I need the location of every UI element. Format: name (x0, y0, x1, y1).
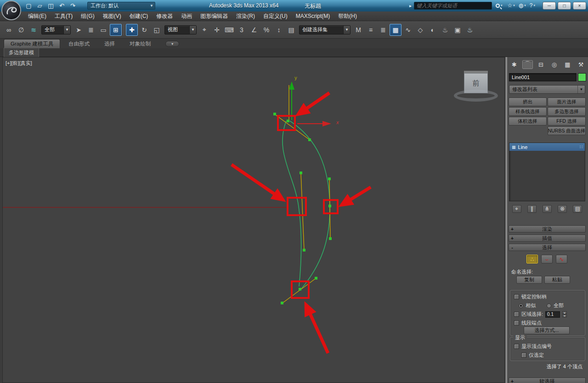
display-tab-icon[interactable]: ▦ (562, 60, 573, 69)
edit-named-selections-icon[interactable]: ▤ (285, 24, 297, 36)
new-file-icon[interactable]: ▢ (24, 1, 34, 10)
menu-item[interactable]: 视图(V) (99, 11, 125, 21)
ribbon-tab[interactable]: 选择 (98, 40, 121, 48)
close-button[interactable]: × (573, 2, 586, 10)
sign-in-icon[interactable]: ☆▾ (506, 1, 516, 10)
reference-coordinate-dropdown[interactable]: 视图 ▼ (164, 25, 197, 34)
undo-icon[interactable]: ↶ (57, 1, 67, 10)
modify-tab-icon[interactable]: ⌒ (522, 60, 533, 69)
spinner-down-icon[interactable]: ▼ (562, 314, 567, 317)
viewcube[interactable]: 前 (464, 73, 488, 93)
menu-item[interactable]: MAXScript(M) (292, 12, 334, 20)
menu-item[interactable]: 帮助(H) (334, 11, 361, 21)
modifier-preset-button[interactable]: 多边形选择 (548, 107, 586, 116)
select-by-name-icon[interactable]: ≣ (85, 24, 97, 36)
select-object-icon[interactable]: ➤ (73, 24, 85, 36)
vertex-mode-icon[interactable]: ∴ (526, 255, 538, 263)
maximize-button[interactable]: □ (558, 2, 571, 10)
menu-item[interactable]: 动画 (177, 11, 196, 21)
rollout-soft-selection[interactable]: + 软选择 (509, 377, 586, 383)
utilities-tab-icon[interactable]: ⚒ (576, 60, 586, 69)
ribbon-tab[interactable]: Graphite 建模工具 (4, 39, 60, 48)
curve-editor-icon[interactable]: ∿ (402, 24, 414, 36)
schematic-view-icon[interactable]: ◇ (414, 24, 426, 36)
named-selection-set-combo[interactable]: 创建选择集 ▼ (299, 25, 351, 34)
modifier-list-dropdown[interactable]: 修改器列表 ▼ (509, 85, 585, 94)
similar-radio[interactable] (519, 303, 523, 308)
polygon-modeling-panel-tab[interactable]: 多边形建模 (4, 48, 39, 57)
show-vertex-numbers-checkbox[interactable] (514, 344, 519, 349)
menu-item[interactable]: 创建(C) (125, 11, 153, 21)
select-by-button[interactable]: 选择方式... (524, 326, 570, 334)
spinner-up-icon[interactable]: ▲ (562, 311, 567, 314)
modifier-preset-button[interactable]: 挤出 (509, 97, 547, 106)
hierarchy-tab-icon[interactable]: ⊟ (536, 60, 546, 69)
menu-item[interactable]: 工具(T) (51, 11, 77, 21)
paste-button[interactable]: 粘贴 (544, 276, 570, 284)
select-and-link-icon[interactable]: ∞ (3, 24, 15, 36)
rollout-selection[interactable]: - 选择 (509, 244, 586, 251)
menu-item[interactable]: 编辑(E) (24, 11, 51, 21)
help-icon[interactable]: ?▾ (528, 1, 537, 10)
stack-row[interactable]: ▦ Line ∷ (509, 143, 585, 151)
selected-only-checkbox[interactable] (521, 353, 526, 358)
menu-item[interactable]: 修改器 (152, 11, 177, 21)
copy-button[interactable]: 复制 (516, 276, 542, 284)
modifier-preset-button[interactable]: 样条线选择 (509, 107, 547, 116)
area-threshold-spinner[interactable]: ▲ ▼ (562, 311, 567, 317)
motion-tab-icon[interactable]: ◎ (549, 60, 560, 69)
application-menu-button[interactable] (1, 0, 21, 20)
angle-snap-icon[interactable]: ∠ (248, 24, 260, 36)
use-pivot-point-icon[interactable]: ⌖ (198, 24, 210, 36)
search-input[interactable] (414, 2, 492, 10)
viewport-label[interactable]: [+][前][真实] (6, 60, 32, 67)
area-selection-checkbox[interactable] (514, 312, 519, 317)
modifier-preset-button[interactable]: 体积选择 (509, 117, 547, 126)
spline-mode-icon[interactable]: ∿ (556, 255, 567, 263)
rendered-frame-icon[interactable]: ▣ (452, 24, 464, 36)
workspace-dropdown[interactable]: 工作台: 默认 ▼ (87, 2, 155, 10)
communication-center-icon[interactable]: ◍▾ (517, 1, 527, 10)
create-tab-icon[interactable]: ✱ (509, 60, 520, 69)
rollout-render[interactable]: + 渲染 (509, 225, 586, 233)
menu-item[interactable]: 自定义(U) (259, 11, 292, 21)
render-production-icon[interactable]: ♨ (464, 24, 476, 36)
make-unique-icon[interactable]: ⋔ (543, 205, 552, 213)
render-setup-icon[interactable]: ♨ (439, 24, 451, 36)
layer-manager-icon[interactable]: ≣ (377, 24, 389, 36)
spinner-snap-icon[interactable]: ↕ (273, 24, 285, 36)
menu-item[interactable]: 组(G) (77, 11, 98, 21)
modifier-preset-button[interactable]: FFD 选择 (548, 117, 586, 126)
modifier-preset-button[interactable]: NURBS 曲面选择 (548, 126, 586, 135)
keyboard-override-icon[interactable]: ⌨ (223, 24, 235, 36)
mirror-icon[interactable]: M (352, 24, 364, 36)
align-icon[interactable]: ≡ (365, 24, 377, 36)
select-and-rotate-icon[interactable]: ↻ (138, 24, 150, 36)
select-and-move-icon[interactable]: ✚ (126, 24, 138, 36)
lock-handles-checkbox[interactable] (514, 294, 519, 299)
show-end-result-icon[interactable]: ∥ (527, 205, 537, 213)
selection-filter-dropdown[interactable]: 全部 ▼ (41, 25, 71, 34)
all-radio[interactable] (547, 303, 551, 308)
select-and-manipulate-icon[interactable]: ✛ (211, 24, 223, 36)
search-button[interactable]: ▾ (494, 1, 504, 10)
remove-modifier-icon[interactable]: ⊗ (558, 205, 567, 213)
axis-gizmo[interactable]: y x (289, 75, 339, 126)
open-file-icon[interactable]: ▱ (35, 1, 45, 10)
object-name-field[interactable]: Line001 (509, 73, 577, 81)
bind-to-space-warp-icon[interactable]: ≋ (28, 24, 40, 36)
ribbon-tab[interactable]: 自由形式 (62, 40, 96, 48)
segment-mode-icon[interactable]: ⌣ (541, 255, 553, 263)
configure-modifier-sets-icon[interactable]: ▤ (573, 205, 582, 213)
expand-search-icon[interactable]: ▸ (409, 3, 412, 8)
graphite-ribbon-toggle-icon[interactable]: ▦ (390, 24, 401, 36)
minimize-button[interactable]: ─ (543, 2, 556, 10)
select-and-scale-icon[interactable]: ◱ (151, 24, 163, 36)
rollout-interpolation[interactable]: + 插值 (509, 234, 586, 242)
area-threshold-field[interactable]: 0.1 (545, 311, 560, 318)
ribbon-tab[interactable]: 对象绘制 (123, 40, 157, 48)
pin-stack-icon[interactable]: ⌖ (512, 205, 521, 213)
stack-row-toggle-icon[interactable]: ∷ (580, 144, 582, 149)
snaps-toggle-icon[interactable]: 3 (236, 24, 248, 36)
modifier-preset-button[interactable]: 面片选择 (548, 97, 586, 106)
